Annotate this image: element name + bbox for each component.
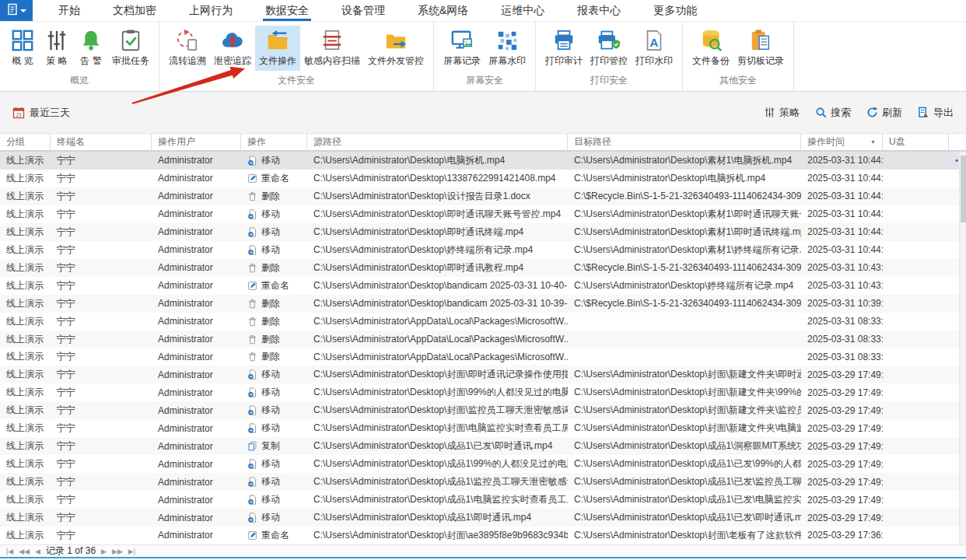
- search-button[interactable]: 搜索: [815, 106, 851, 120]
- table-row[interactable]: 线上演示宁宁Administrator重命名C:\Users\Administr…: [0, 527, 966, 544]
- table-row[interactable]: 线上演示宁宁Administrator移动C:\Users\Administra…: [0, 455, 966, 473]
- screen-record-icon: [450, 29, 474, 52]
- cell-operation-time: 2025-03-31 10:44:28: [801, 191, 883, 201]
- trace-cycle-icon: [176, 29, 199, 52]
- table-row[interactable]: 线上演示宁宁Administrator移动C:\Users\Administra…: [0, 366, 966, 383]
- ribbon-button-policy-sliders[interactable]: 策 略: [40, 26, 74, 71]
- cell-operation-time: 2025-03-29 17:49:30: [801, 441, 883, 452]
- move-operation-icon: [247, 495, 257, 505]
- cell-terminal: 宁宁: [51, 493, 152, 506]
- ribbon-button-overview-grid[interactable]: 概 览: [5, 26, 40, 71]
- ribbon-button-leak-cloud[interactable]: 泄密追踪: [210, 26, 255, 71]
- cell-terminal: 宁宁: [51, 457, 152, 471]
- cell-operation: 移动: [241, 404, 307, 417]
- ribbon-button-alert-bell[interactable]: 告 警: [74, 26, 108, 71]
- menu-item-0[interactable]: 开始: [42, 0, 96, 21]
- table-row[interactable]: 线上演示宁宁Administrator移动C:\Users\Administra…: [0, 205, 966, 223]
- table-row[interactable]: 线上演示宁宁Administrator移动C:\Users\Administra…: [0, 419, 966, 437]
- cell-user: Administrator: [152, 459, 241, 470]
- operation-label: 移动: [261, 457, 280, 471]
- cell-operation: 删除: [241, 350, 307, 363]
- table-row[interactable]: 线上演示宁宁Administrator重命名C:\Users\Administr…: [0, 170, 966, 187]
- ribbon-button-outgoing-folder[interactable]: 文件外发管控: [364, 26, 428, 71]
- table-row[interactable]: 线上演示宁宁Administrator删除C:\Users\Administra…: [0, 295, 966, 313]
- table-row[interactable]: 线上演示宁宁Administrator删除C:\Users\Administra…: [0, 348, 966, 366]
- operation-label: 移动: [261, 386, 280, 399]
- cell-operation-time: 2025-03-31 08:33:22: [801, 352, 883, 362]
- column-header-0[interactable]: 分组: [0, 134, 51, 150]
- column-header-3[interactable]: 操作: [241, 134, 307, 150]
- ribbon-button-screen-watermark[interactable]: 屏幕水印: [485, 26, 530, 71]
- app-menu-icon: [7, 3, 18, 19]
- cell-group: 线上演示: [0, 493, 51, 506]
- status-bar: |◀◀◀◀记录 1 of 36▶▶▶▶|: [0, 544, 966, 560]
- operation-label: 移动: [261, 404, 280, 417]
- column-header-2[interactable]: 操作用户: [152, 134, 241, 150]
- cell-terminal: 宁宁: [51, 333, 152, 346]
- menu-item-1[interactable]: 文档加密: [96, 0, 173, 21]
- table-row[interactable]: 线上演示宁宁Administrator移动C:\Users\Administra…: [0, 223, 966, 241]
- table-row[interactable]: 线上演示宁宁Administrator移动C:\Users\Administra…: [0, 509, 966, 527]
- column-header-5[interactable]: 目标路径: [568, 134, 801, 150]
- table-row[interactable]: 线上演示宁宁Administrator移动C:\Users\Administra…: [0, 383, 966, 401]
- sort-caret-icon[interactable]: ▼: [870, 139, 876, 145]
- delete-operation-icon: [247, 263, 257, 273]
- first-page-button[interactable]: |◀: [6, 548, 13, 555]
- ribbon-button-print-watermark[interactable]: A打印水印: [632, 26, 677, 71]
- table-row[interactable]: 线上演示宁宁Administrator复制C:\Users\Administra…: [0, 437, 966, 455]
- vertical-scrollbar[interactable]: [959, 152, 966, 544]
- table-row[interactable]: 线上演示宁宁Administrator删除C:\Users\Administra…: [0, 313, 966, 331]
- ribbon-button-trace-cycle[interactable]: 流转追溯: [165, 26, 210, 71]
- column-header-1[interactable]: 终端名: [51, 134, 152, 150]
- menu-item-2[interactable]: 上网行为: [173, 0, 249, 21]
- table-row[interactable]: 线上演示宁宁Administrator移动C:\Users\Administra…: [0, 152, 966, 170]
- menu-item-4[interactable]: 设备管理: [325, 0, 401, 21]
- column-header-6[interactable]: 操作时间▼: [801, 134, 883, 150]
- prev-page-button[interactable]: ◀: [35, 548, 40, 555]
- table-row[interactable]: 线上演示宁宁Administrator重命名C:\Users\Administr…: [0, 277, 966, 295]
- table-row[interactable]: 线上演示宁宁Administrator移动C:\Users\Administra…: [0, 491, 966, 509]
- menu-item-3[interactable]: 数据安全: [249, 0, 325, 21]
- table-row[interactable]: 线上演示宁宁Administrator删除C:\Users\Administra…: [0, 259, 966, 277]
- ribbon-button-clipboard-record[interactable]: 剪切板记录: [733, 26, 788, 71]
- cell-operation: 删除: [241, 190, 307, 203]
- table-row[interactable]: 线上演示宁宁Administrator移动C:\Users\Administra…: [0, 241, 966, 259]
- ribbon-button-print-audit[interactable]: 打印审计: [541, 26, 586, 71]
- menu-item-7[interactable]: 报表中心: [561, 0, 637, 21]
- menu-item-6[interactable]: 运维中心: [485, 0, 561, 21]
- rename-operation-icon: [247, 173, 257, 184]
- column-header-label: U盘: [889, 135, 905, 149]
- column-header-7[interactable]: U盘: [883, 134, 949, 150]
- menu-item-5[interactable]: 系统&网络: [401, 0, 485, 21]
- table-row[interactable]: 线上演示宁宁Administrator删除C:\Users\Administra…: [0, 331, 966, 348]
- table-row[interactable]: 线上演示宁宁Administrator删除C:\Users\Administra…: [0, 187, 966, 205]
- fast-next-button[interactable]: ▶▶: [112, 548, 123, 555]
- ribbon-button-file-backup[interactable]: 文件备份: [688, 26, 733, 71]
- operation-label: 重命名: [261, 172, 289, 185]
- ribbon-button-label: 策 略: [46, 54, 67, 68]
- cell-target-path: C:\Users\Administrator\Desktop\素材1\即时通讯终…: [568, 226, 801, 239]
- cell-target-path: C:\Users\Administrator\Desktop\封面\老板有了这款…: [568, 529, 801, 542]
- menu-item-8[interactable]: 更多功能: [637, 0, 713, 21]
- ribbon-button-print-control[interactable]: 打印管控: [586, 26, 632, 71]
- cell-operation: 移动: [241, 243, 307, 257]
- date-filter-button[interactable]: 23 最近三天: [12, 106, 70, 120]
- table-row[interactable]: 线上演示宁宁Administrator移动C:\Users\Administra…: [0, 473, 966, 491]
- refresh-button[interactable]: 刷新: [866, 106, 902, 120]
- ribbon-button-screen-record[interactable]: 屏幕记录: [439, 26, 485, 71]
- column-header-4[interactable]: 源路径: [307, 134, 568, 150]
- ribbon-button-sensitive-scan[interactable]: 敏感内容扫描: [300, 26, 364, 71]
- table-row[interactable]: 线上演示宁宁Administrator移动C:\Users\Administra…: [0, 401, 966, 419]
- fast-prev-button[interactable]: ◀◀: [19, 548, 30, 555]
- export-button[interactable]: 导出: [918, 106, 954, 120]
- cell-operation: 移动: [241, 226, 307, 239]
- next-page-button[interactable]: ▶: [101, 548, 107, 555]
- app-menu-button[interactable]: [0, 0, 33, 21]
- ribbon-button-file-operation-folder[interactable]: 文件操作: [255, 26, 300, 71]
- last-page-button[interactable]: ▶|: [128, 548, 135, 555]
- ribbon-button-approval-clipboard[interactable]: 审批任务: [108, 26, 153, 71]
- policy-button[interactable]: 策略: [764, 106, 800, 120]
- scrollbar-thumb[interactable]: [961, 156, 966, 222]
- cell-operation-time: 2025-03-29 17:49:20: [801, 459, 883, 470]
- rename-operation-icon: [247, 281, 257, 291]
